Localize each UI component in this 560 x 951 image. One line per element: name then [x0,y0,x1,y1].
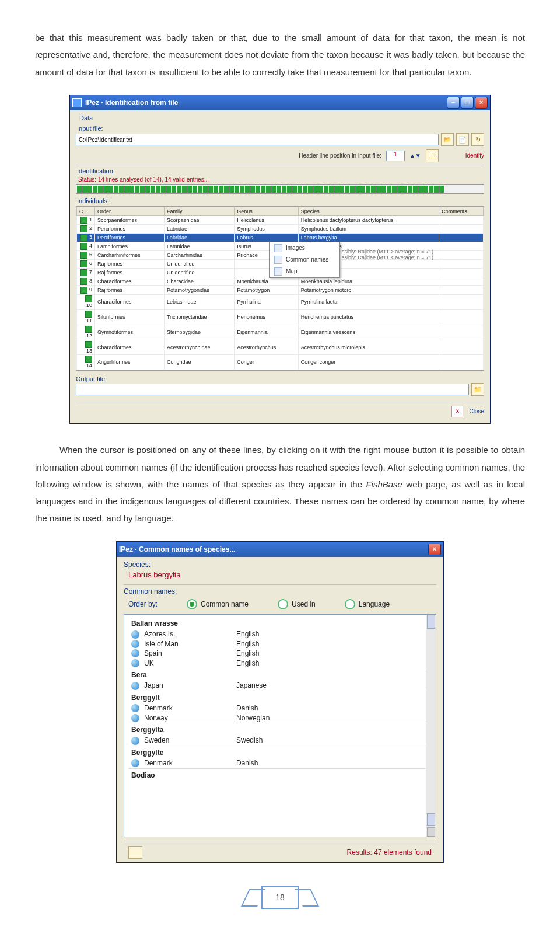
preview-icon[interactable]: ☰ [426,149,439,162]
app-icon [72,98,82,107]
globe-icon [131,682,139,690]
table-row[interactable]: 14AnguilliformesCongridaeCongerConger co… [77,355,484,370]
export-icon[interactable] [128,846,142,859]
output-file-label: Output file: [76,375,107,383]
list-item[interactable]: DenmarkDanish [129,758,431,768]
input-file-field[interactable] [76,134,439,145]
progress-bar [76,184,484,194]
open-file-icon[interactable]: 📂 [441,133,454,146]
close-window-button-2[interactable]: × [428,544,441,555]
globe-icon [131,630,139,639]
globe-icon [131,704,139,712]
input-file-label: Input file: [77,125,484,133]
scrollbar[interactable] [426,615,436,837]
list-item[interactable]: SwedenSwedish [129,736,431,745]
titlebar-2[interactable]: IPez · Common names of species... × [117,542,443,557]
titlebar[interactable]: IPez · Identification from file – □ × [70,95,490,110]
close-window-button[interactable]: × [475,97,488,109]
globe-icon [131,659,139,667]
table-row[interactable]: 9RajiformesPotamotrygonidaePotamotrygonP… [77,286,484,295]
ctx-images[interactable]: Images [270,242,340,254]
status-text: Status: 14 lines analysed (of 14), 14 va… [78,176,484,183]
list-item[interactable]: UKEnglish [129,659,431,668]
species-label: Species: [124,560,436,569]
list-item[interactable]: JapanJapanese [129,681,431,690]
window-title: IPez · Identification from file [85,99,178,107]
col-header[interactable]: Comments [439,207,484,216]
output-file-field[interactable] [76,384,469,395]
results-count: Results: 47 elements found [347,848,432,856]
col-header[interactable]: C... [77,207,95,216]
page-number: 18 [261,886,299,909]
close-x-icon[interactable]: × [452,406,463,417]
species-value: Labrus bergylta [128,570,436,580]
order-by-label: Order by: [128,600,158,608]
identification-label: Identification: [77,168,484,175]
group-header: Berggylt [129,691,431,703]
names-icon [274,256,282,264]
maximize-button[interactable]: □ [461,97,474,109]
menu-data[interactable]: Data [76,113,484,124]
globe-icon [131,649,139,657]
table-row[interactable]: 12GymnotiformesSternopygidaeEigenmanniaE… [77,325,484,340]
names-listbox[interactable]: Ballan wrasseAzores Is.EnglishIsle of Ma… [124,614,436,837]
save-icon[interactable]: 📁 [471,383,484,396]
scroll-thumb[interactable] [427,616,435,629]
col-header[interactable]: Order [95,207,164,216]
map-icon [274,267,282,276]
table-row[interactable]: 10CharaciformesLebiasinidaePyrrhulinaPyr… [77,295,484,310]
group-header: Berggylte [129,746,431,758]
radio-used-in[interactable]: Used in [278,599,316,609]
paragraph-2: When the cursor is positioned on any of … [35,441,525,527]
table-row[interactable]: 2PerciformesLabridaeSymphodusSymphodus b… [77,225,484,234]
list-item[interactable]: DenmarkDanish [129,703,431,713]
window-common-names: IPez · Common names of species... × Spec… [116,541,444,863]
scroll-down-icon[interactable] [427,827,435,837]
radio-common-name[interactable]: Common name [187,599,249,609]
group-header: Berggylta [129,723,431,736]
close-button[interactable]: Close [469,408,484,415]
col-header[interactable]: Genus [235,207,299,216]
group-header: Bera [129,668,431,681]
globe-icon [131,737,139,745]
refresh-icon[interactable]: ↻ [471,133,484,146]
individuals-label: Individuals: [77,197,484,205]
ctx-common-names[interactable]: Common names [270,254,340,266]
window-title-2: IPez · Common names of species... [119,545,235,553]
image-icon [274,244,282,252]
minimize-button[interactable]: – [447,97,460,109]
radio-language[interactable]: Language [345,599,390,609]
list-item[interactable]: SpainEnglish [129,649,431,658]
col-header[interactable]: Family [164,207,234,216]
list-item[interactable]: Isle of ManEnglish [129,639,431,649]
ctx-map[interactable]: Map [270,266,340,277]
context-menu[interactable]: Images Common names Map [269,242,340,278]
table-row[interactable]: 13CharaciformesAcestrorhynchidaeAcestror… [77,340,484,355]
header-pos-input[interactable]: 1 [386,151,405,161]
header-pos-label: Header line position in input file: [299,152,382,159]
col-header[interactable]: Species [298,207,439,216]
list-item[interactable]: NorwayNorwegian [129,713,431,723]
paragraph-1: be that this measurement was badly taken… [35,29,525,81]
common-names-label: Common names: [124,587,436,595]
table-row[interactable]: 11SiluriformesTrichomycteridaeHenonemusH… [77,310,484,325]
results-table[interactable]: C...OrderFamilyGenusSpeciesComments 1Sco… [76,206,484,371]
window-identification: IPez · Identification from file – □ × Da… [69,95,491,424]
list-item[interactable]: Azores Is.English [129,629,431,639]
group-header: Bodiao [129,768,431,781]
group-header: Ballan wrasse [129,617,431,629]
table-row[interactable]: 8CharaciformesCharacidaeMoenkhausiaMoenk… [77,277,484,286]
identify-button[interactable]: Identify [466,152,484,159]
table-row[interactable]: 1ScorpaeniformesScorpaenidaeHelicolenusH… [77,216,484,225]
comments-overflow: ssibly: Rajidae (M11 > average; n = 71) … [342,249,433,262]
doc-icon[interactable]: 📄 [456,133,469,146]
page-number-banner: 18 [35,886,525,912]
globe-icon [131,640,139,648]
globe-icon [131,759,139,767]
globe-icon [131,714,139,722]
